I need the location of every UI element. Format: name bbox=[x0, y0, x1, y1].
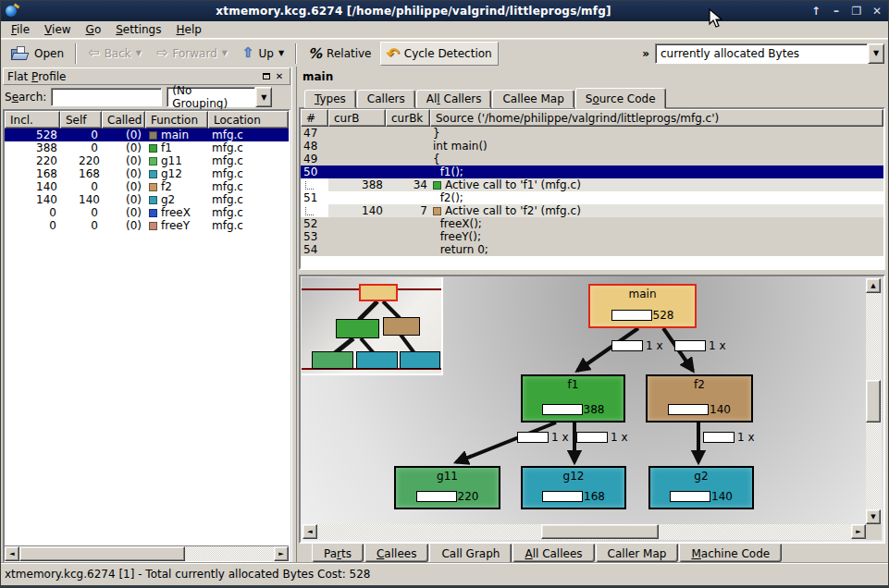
scrollbar-thumb[interactable] bbox=[866, 380, 881, 423]
status-bar: xtmemory.kcg.6274 [1] - Total currently … bbox=[1, 563, 888, 585]
graph-overview-minimap[interactable] bbox=[302, 277, 443, 375]
table-row-g11[interactable]: 220 220 (0) g11 mfg.c bbox=[5, 154, 289, 167]
graph-node-g2[interactable]: g2 140 bbox=[648, 466, 754, 509]
dock-close-button[interactable]: ✕ bbox=[273, 70, 286, 82]
source-line[interactable]: 48 int main() bbox=[301, 140, 883, 153]
tab-caller-map[interactable]: Caller Map bbox=[596, 544, 679, 562]
menu-file[interactable]: File bbox=[5, 22, 36, 37]
event-type-combobox[interactable]: currently allocated Bytes ▼ bbox=[655, 43, 884, 64]
tab-callee-map[interactable]: Callee Map bbox=[492, 90, 574, 108]
vertical-scrollbar[interactable]: ▲ ▼ bbox=[866, 278, 882, 524]
table-row-freeY[interactable]: 0 0 (0) freeY mfg.c bbox=[5, 219, 289, 232]
tab-types[interactable]: Types bbox=[304, 90, 356, 108]
grouping-combobox[interactable]: (No Grouping) ▼ bbox=[167, 87, 272, 107]
tab-all-callers[interactable]: All Callers bbox=[416, 90, 492, 108]
source-line[interactable]: 47 } bbox=[301, 127, 883, 140]
source-body: 47 } 48 int main() 49 { bbox=[301, 127, 883, 268]
scroll-left-icon[interactable]: ◄ bbox=[5, 546, 19, 561]
minimize-icon[interactable]: – bbox=[829, 4, 844, 18]
graph-node-f2[interactable]: f2 140 bbox=[646, 374, 753, 423]
source-line-selected[interactable]: 50 f1(); bbox=[301, 165, 883, 178]
column-header-incl[interactable]: Incl. bbox=[5, 111, 60, 129]
source-call-line[interactable]: 388 34 Active call to 'f1' (mfg.c) bbox=[301, 178, 883, 191]
column-header-location[interactable]: Location bbox=[208, 111, 289, 129]
source-line[interactable]: 51 f2(); bbox=[301, 191, 883, 204]
graph-node-f1[interactable]: f1 388 bbox=[521, 374, 625, 423]
cost-bar bbox=[542, 404, 583, 415]
call-graph-view: main 528 f1 388 f2 140 g11 220 bbox=[299, 275, 885, 544]
combo-dropdown-icon[interactable]: ▼ bbox=[868, 43, 884, 64]
table-row-g12[interactable]: 168 168 (0) g12 mfg.c bbox=[5, 167, 289, 180]
scrollbar-thumb[interactable] bbox=[19, 546, 185, 561]
back-dropdown-icon: ▼ bbox=[136, 50, 142, 57]
function-color-icon bbox=[149, 196, 157, 204]
scrollbar-thumb[interactable] bbox=[541, 524, 659, 539]
relative-toggle-button[interactable]: % Relative bbox=[302, 42, 377, 66]
horizontal-scrollbar[interactable]: ◄ ► bbox=[5, 545, 289, 561]
scroll-up-icon[interactable]: ▲ bbox=[866, 278, 881, 293]
open-button[interactable]: Open bbox=[5, 42, 70, 66]
tab-all-callees[interactable]: All Callees bbox=[512, 544, 594, 562]
up-button[interactable]: ⇧ Up ▼ bbox=[236, 42, 290, 66]
column-header-curBk[interactable]: curBk bbox=[386, 109, 430, 127]
horizontal-scrollbar[interactable]: ◄ ► bbox=[303, 524, 866, 540]
maximize-icon[interactable]: ❐ bbox=[849, 4, 864, 18]
edge-label-main-f2: 1 x bbox=[674, 339, 726, 352]
source-line[interactable]: 49 { bbox=[301, 153, 883, 165]
table-row-g2[interactable]: 140 140 (0) g2 mfg.c bbox=[5, 193, 289, 206]
graph-node-g12[interactable]: g12 168 bbox=[521, 466, 626, 509]
scroll-right-icon[interactable]: ► bbox=[851, 524, 866, 539]
source-call-line[interactable]: 140 7 Active call to 'f2' (mfg.c) bbox=[301, 204, 883, 217]
menu-help[interactable]: Help bbox=[169, 22, 207, 37]
column-header-called[interactable]: Called bbox=[102, 111, 145, 129]
scrollbar-track[interactable] bbox=[19, 546, 274, 561]
scroll-left-icon[interactable]: ◄ bbox=[303, 524, 317, 539]
cycle-detection-button[interactable]: ↶ Cycle Detection bbox=[380, 42, 499, 66]
menu-view[interactable]: View bbox=[38, 22, 77, 37]
call-graph-canvas[interactable]: main 528 f1 388 f2 140 g11 220 bbox=[301, 276, 866, 524]
tab-callers[interactable]: Callers bbox=[357, 90, 415, 108]
titlebar[interactable]: xtmemory.kcg.6274 [/home/philippe/valgri… bbox=[1, 1, 888, 21]
graph-node-g11[interactable]: g11 220 bbox=[394, 466, 500, 509]
column-header-source[interactable]: Source ('/home/philippe/valgrind/littlep… bbox=[430, 109, 883, 127]
search-input[interactable] bbox=[51, 88, 162, 106]
tab-callees[interactable]: Callees bbox=[364, 544, 428, 562]
source-line[interactable]: 52 freeX(); bbox=[301, 217, 883, 230]
combo-dropdown-icon[interactable]: ▼ bbox=[255, 87, 272, 107]
dock-float-button[interactable] bbox=[260, 70, 273, 82]
tab-parts[interactable]: Parts bbox=[312, 544, 364, 562]
table-row-f1[interactable]: 388 0 (0) f1 mfg.c bbox=[5, 141, 289, 154]
scroll-right-icon[interactable]: ► bbox=[274, 546, 289, 561]
back-button[interactable]: ⇦ Back ▼ bbox=[81, 42, 148, 66]
table-row-f2[interactable]: 140 0 (0) f2 mfg.c bbox=[5, 180, 289, 193]
edge-label-f1-g12: 1 x bbox=[576, 431, 628, 444]
menu-settings[interactable]: Settings bbox=[109, 22, 167, 37]
tab-machine-code[interactable]: Machine Code bbox=[679, 544, 782, 562]
close-icon[interactable]: ✕ bbox=[870, 4, 884, 18]
scrollbar-track[interactable] bbox=[317, 524, 851, 540]
column-header-self[interactable]: Self bbox=[60, 111, 102, 129]
menu-go[interactable]: Go bbox=[80, 22, 108, 37]
keep-above-icon[interactable]: ↑ bbox=[809, 4, 823, 18]
source-code-view: # curB curBk Source ('/home/philippe/val… bbox=[299, 107, 885, 270]
tab-call-graph[interactable]: Call Graph bbox=[429, 544, 512, 565]
table-row-main[interactable]: 528 0 (0) main mfg.c bbox=[5, 129, 289, 141]
column-header-function[interactable]: Function bbox=[145, 111, 208, 129]
dock-header[interactable]: Flat Profile ✕ bbox=[3, 67, 290, 85]
table-row-freeX[interactable]: 0 0 (0) freeX mfg.c bbox=[5, 206, 289, 219]
tab-source-code[interactable]: Source Code bbox=[575, 88, 666, 109]
graph-node-main[interactable]: main 528 bbox=[588, 284, 697, 328]
scrollbar-track[interactable] bbox=[866, 293, 882, 509]
function-color-icon bbox=[433, 207, 441, 215]
toolbar-overflow-button[interactable]: » bbox=[638, 47, 653, 60]
column-header-curB[interactable]: curB bbox=[328, 109, 386, 127]
function-color-icon bbox=[433, 181, 441, 190]
up-arrow-icon: ⇧ bbox=[242, 46, 254, 60]
app-icon[interactable] bbox=[5, 4, 20, 19]
source-line[interactable]: 53 freeY(); bbox=[301, 230, 883, 243]
source-line[interactable]: 54 return 0; bbox=[301, 243, 883, 256]
table-body: 528 0 (0) main mfg.c 388 0 (0) f1 mfg.c bbox=[5, 129, 289, 545]
column-header-line[interactable]: # bbox=[301, 109, 328, 127]
forward-button[interactable]: ⇨ Forward ▼ bbox=[150, 42, 234, 66]
scroll-down-icon[interactable]: ▼ bbox=[866, 509, 881, 524]
